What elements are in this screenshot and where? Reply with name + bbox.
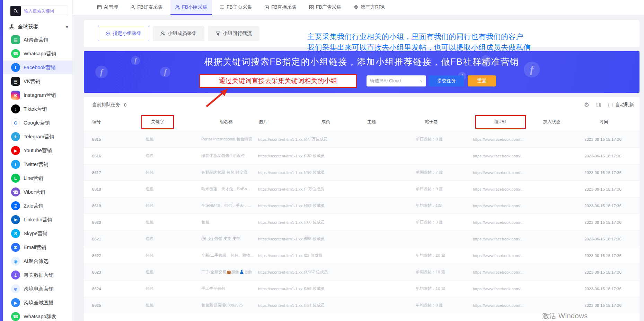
column-header-members: 成员 (305, 119, 346, 125)
sidebar-section-header: 全球获客 ▼ (9, 24, 69, 30)
column-settings-icon[interactable] (596, 102, 601, 108)
cell-id: 8616 (84, 154, 121, 158)
sidebar-item-facebook[interactable]: f Facebook营销 (3, 61, 72, 74)
sidebar-item-skype[interactable]: S Skype营销 (3, 227, 72, 240)
cell-keyword: 包包 (121, 137, 194, 142)
tab-third-party-rpa[interactable]: 第三方RPA (349, 0, 389, 15)
sidebar-item-email[interactable]: ✉ Email营销 (3, 240, 72, 254)
tab-ai-manage[interactable]: AI管理 (92, 0, 123, 15)
submit-task-button[interactable]: 提交任务 (429, 75, 464, 86)
sidebar-item-label: AI聚合筛选 (24, 258, 48, 265)
sidebar-item-label: 跨境电商营销 (24, 286, 54, 292)
cell-keyword: 包包 (121, 220, 194, 225)
cell-group-name: 全场RM48，包包，手表，... (194, 203, 258, 208)
keyword-input[interactable] (199, 75, 357, 87)
sidebar-item-label: AI聚合营销 (24, 37, 48, 43)
cell-group-url: https://www.facebook.com/... (466, 204, 535, 208)
sidebar-item-customs-data[interactable]: ⚓ 海关数据营销 (3, 268, 72, 282)
sidebar-item-ai-marketing[interactable]: ▤ AI聚合营销 (3, 33, 72, 47)
sidebar-item-vk[interactable]: ▤ VK营销 (3, 74, 72, 88)
cell-group-url: https://www.facebook.com/... (466, 137, 535, 141)
column-header-id: 编号 (84, 119, 121, 125)
sidebar-item-whatsapp-bulk[interactable]: ☎ Whatsapp群发 (3, 310, 72, 321)
cell-members: 156 位成员 (305, 286, 346, 291)
cell-members: 2.5 万位成员 (305, 137, 346, 142)
cell-members: 556 位成员 (305, 236, 346, 241)
sidebar-item-tiktok[interactable]: ♪ Tiktok营销 (3, 102, 72, 116)
sidebar-item-label: Tiktok营销 (24, 106, 47, 112)
subtab-group-members-collect[interactable]: 小组成员采集 (153, 26, 204, 41)
cell-time: 2023-06-15 18:17:36 (568, 137, 639, 141)
column-header-group-name: 组名称 (194, 119, 258, 125)
ai-filter-icon: ◉ (11, 257, 20, 266)
gear-icon[interactable]: ⚙ (584, 102, 589, 108)
robot-icon (354, 5, 359, 10)
sidebar-item-cross-border-ecommerce[interactable]: ⊕ 跨境电商营销 (3, 282, 72, 296)
reset-button[interactable]: 重置 (468, 75, 496, 86)
google-icon: G (11, 118, 20, 127)
cell-id: 8622 (84, 254, 121, 258)
cell-group-name: 包包雜貨廣場63882525 (194, 303, 258, 308)
search-icon[interactable] (10, 6, 21, 16)
play-video-icon (264, 5, 269, 10)
search-input[interactable] (21, 9, 68, 13)
cell-id: 8623 (84, 270, 121, 274)
whatsapp-icon: ☎ (11, 49, 20, 58)
sidebar-item-viber[interactable]: ☎ Viber营销 (3, 185, 72, 199)
network-icon (9, 24, 15, 30)
subtab-group-peer-intercept[interactable]: 小组同行截流 (208, 26, 259, 41)
cell-posts: 单周发帖：10 篇 (397, 269, 466, 275)
cell-time: 2023-06-15 18:17:36 (568, 187, 639, 191)
cell-members: 489 位成员 (305, 203, 346, 208)
chevron-down-icon: ∨ (420, 79, 423, 83)
tab-fb-live-collect[interactable]: FB直播采集 (260, 0, 301, 15)
sidebar-item-ai-filter[interactable]: ◉ AI聚合筛选 (3, 254, 72, 268)
whatsapp-bulk-icon: ☎ (11, 312, 20, 321)
cross-border-ecommerce-icon: ⊕ (11, 284, 20, 293)
linkedin-icon: in (11, 215, 20, 224)
auto-refresh-checkbox[interactable] (608, 103, 613, 107)
facebook-logo-decor: f (160, 67, 170, 77)
sidebar-item-twitter[interactable]: t Twitter营销 (3, 157, 72, 171)
cell-image-url: https://scontent-itm1-1.xx.fb... (258, 254, 305, 258)
sidebar-item-label: Whatsapp群发 (24, 313, 56, 320)
cell-keyword: 包包 (121, 303, 194, 308)
sidebar-item-label: Youtube营销 (24, 147, 52, 154)
cell-time: 2023-06-15 18:17:36 (568, 287, 639, 291)
sidebar-item-youtube[interactable]: ▶ Youtube营销 (3, 144, 72, 157)
person-icon (130, 5, 135, 10)
cell-group-url: https://www.facebook.com/... (466, 171, 535, 175)
cell-keyword: 包包 (121, 203, 194, 208)
cell-time: 2023-06-15 18:17:36 (568, 303, 639, 308)
cell-keyword: 包包 (121, 286, 194, 291)
subtab-specified-group-collect[interactable]: 指定小组采集 (98, 26, 149, 41)
sidebar-item-zalo[interactable]: Z Zalo营销 (3, 199, 72, 213)
tab-fb-page-collect[interactable]: FB主页采集 (215, 0, 257, 15)
sidebar-item-telegram[interactable]: ✈ Telegram营销 (3, 130, 72, 144)
monitor-icon (220, 5, 224, 10)
sidebar: 全球获客 ▼ ▤ AI聚合营销 ☎ Whatsapp营销 f Facebook营… (3, 0, 73, 321)
cell-group-name: 服装化妆品包包手机配件 (194, 153, 258, 158)
cell-group-name: 二手/全新交易👜服飾👗首飾... (194, 269, 258, 275)
annotation-note-line2: 我们采集出来可以直接去小组里发帖，也可以提取小组成员去做私信 (307, 42, 531, 53)
sidebar-item-label: Line营销 (24, 175, 43, 182)
sidebar-item-instagram[interactable]: ⊙ Instagram营销 (3, 88, 72, 102)
sidebar-item-cross-border-live[interactable]: ▶ 跨境全域直播 (3, 296, 72, 310)
sidebar-item-line[interactable]: L Line营销 (3, 171, 72, 185)
tab-fb-ads-collect[interactable]: FB广告采集 (305, 0, 346, 15)
table-row: 8617 包包 各類品牌衣服 包包 鞋交流 https://scontent-i… (84, 164, 639, 181)
cell-group-name: 手工牛仔包包 (194, 286, 258, 291)
skype-icon: S (11, 229, 20, 238)
tab-fb-friend-collect[interactable]: FB好友采集 (126, 0, 167, 15)
windows-activation-watermark: 激活 Windows (542, 311, 588, 321)
sidebar-item-linkedin[interactable]: in Linkedin营销 (3, 213, 72, 227)
customs-data-icon: ⚓ (11, 270, 20, 279)
ai-cloud-select[interactable]: 请选择AI Cloud ∨ (367, 75, 426, 86)
tab-fb-group-collect[interactable]: FB小组采集 (170, 0, 212, 15)
sidebar-item-whatsapp[interactable]: ☎ Whatsapp营销 (3, 47, 72, 61)
cell-keyword: 包包 (121, 186, 194, 192)
sidebar-item-google[interactable]: G Google营销 (3, 116, 72, 130)
banner: f f f f f f 根据关键词搜索FB指定的小组链接，添加小组推荐链接，做F… (84, 51, 639, 93)
chevron-down-icon[interactable]: ▼ (65, 25, 69, 29)
cell-time: 2023-06-15 18:17:36 (568, 171, 639, 175)
